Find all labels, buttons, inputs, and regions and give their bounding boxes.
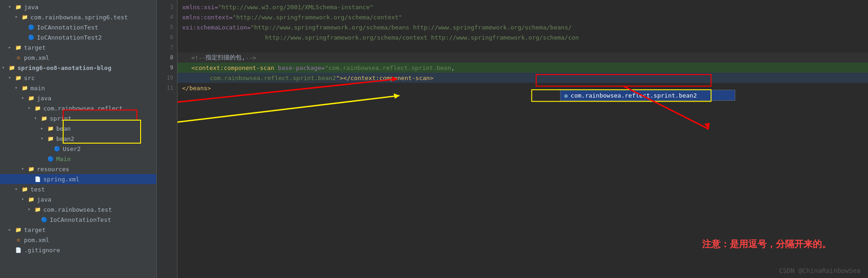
sidebar-item-java2[interactable]: 📁 java bbox=[0, 93, 156, 103]
arrow-icon bbox=[15, 14, 20, 20]
arrow-icon bbox=[15, 85, 20, 91]
sidebar-item-target[interactable]: 📁 target bbox=[0, 42, 156, 52]
sidebar-item-label: bean bbox=[56, 125, 71, 132]
autocomplete-dropdown[interactable]: ● com.rainbowsea.reflect.sprint.bean2 bbox=[560, 90, 735, 101]
csdn-watermark: CSDN @ChinaRainbowSea bbox=[779, 267, 861, 274]
code-line-11: </beans> bbox=[177, 83, 868, 93]
sidebar-item-java[interactable]: 📁 java bbox=[0, 2, 156, 12]
sidebar-item-bean[interactable]: 📁 bean bbox=[0, 123, 156, 133]
autocomplete-text: com.rainbowsea.reflect.sprint.bean2 bbox=[571, 92, 697, 99]
code-line-9: <context:component-scan base-package="co… bbox=[177, 63, 868, 73]
arrow-icon bbox=[21, 197, 27, 202]
arrow-icon bbox=[28, 105, 33, 111]
java-icon: 🔵 bbox=[47, 155, 54, 162]
project-sidebar: 📁 java 📁 com.rainbowsea.spring6.test 🔵 I… bbox=[0, 0, 157, 278]
arrow-icon bbox=[34, 116, 40, 121]
arrow-icon bbox=[8, 45, 14, 50]
sidebar-item-target2[interactable]: 📁 target bbox=[0, 225, 156, 235]
line-num-7: 7 bbox=[157, 42, 177, 52]
sidebar-item-label: java bbox=[24, 4, 38, 11]
folder-icon: 📁 bbox=[15, 44, 22, 51]
sidebar-item-spring6-oo8[interactable]: 📁 spring6-oo8-anotation-blog bbox=[0, 63, 156, 73]
sidebar-item-label: spring6-oo8-anotation-blog bbox=[18, 64, 112, 71]
sidebar-item-src[interactable]: 📁 src bbox=[0, 73, 156, 83]
sidebar-item-com-spring6-test[interactable]: 📁 com.rainbowsea.spring6.test bbox=[0, 12, 156, 22]
sidebar-item-sprint[interactable]: 📁 sprint bbox=[0, 113, 156, 123]
line-numbers: 3 4 5 6 7 8 9 10 11 bbox=[157, 0, 177, 278]
arrow-icon bbox=[21, 166, 27, 172]
sidebar-item-label: .gitignore bbox=[24, 247, 60, 254]
sidebar-item-main[interactable]: 📁 main bbox=[0, 83, 156, 93]
sidebar-item-label: target bbox=[24, 226, 46, 233]
sidebar-item-label: main bbox=[30, 85, 45, 92]
autocomplete-type-icon: ● bbox=[564, 92, 568, 99]
folder-icon: 📁 bbox=[28, 94, 35, 102]
sidebar-item-ioannotationtest[interactable]: 🔵 IoCAnnotationTest bbox=[0, 22, 156, 32]
sidebar-item-gitignore[interactable]: 📄 .gitignore bbox=[0, 245, 156, 255]
sidebar-item-label: src bbox=[24, 75, 35, 81]
sidebar-item-label: com.rainbowsea.test bbox=[43, 206, 112, 213]
sidebar-item-label: Main bbox=[56, 156, 71, 162]
line-num-9: 9 bbox=[157, 63, 177, 73]
pom-icon: m bbox=[15, 236, 22, 243]
arrow-icon bbox=[8, 75, 14, 81]
sidebar-item-label: pom.xml bbox=[24, 237, 49, 243]
java-icon: 🔵 bbox=[28, 34, 35, 41]
folder-icon: 📁 bbox=[8, 64, 16, 71]
code-text: <!-- bbox=[182, 54, 206, 61]
sidebar-item-ioc3[interactable]: 🔵 IoCAnnotationTest bbox=[0, 214, 156, 225]
folder-icon: 📁 bbox=[34, 206, 41, 213]
sidebar-item-label: bean2 bbox=[56, 135, 74, 142]
sidebar-item-label: sprint bbox=[50, 115, 71, 122]
arrow-icon bbox=[15, 186, 20, 192]
sidebar-item-com-reflect[interactable]: 📁 com.rainbowsea.reflect bbox=[0, 103, 156, 113]
sidebar-item-label: IoCAnnotationTest bbox=[37, 24, 98, 31]
code-line-10: com.rainbowsea.reflect.sprint.bean2"></c… bbox=[177, 73, 868, 83]
folder-icon: 📁 bbox=[47, 125, 54, 132]
src-icon: 📁 bbox=[15, 74, 22, 81]
code-text: --> bbox=[245, 54, 256, 61]
folder-icon: 📁 bbox=[21, 84, 29, 92]
sidebar-item-resources[interactable]: 📁 resources bbox=[0, 164, 156, 174]
code-text: xmlns:xsi= bbox=[182, 4, 218, 11]
code-line-7 bbox=[177, 42, 868, 52]
arrow-icon bbox=[41, 126, 46, 131]
sidebar-item-spring-xml[interactable]: 📄 spring.xml bbox=[0, 174, 156, 184]
code-line-8: <!-- 指定扫描的包,--> bbox=[177, 52, 868, 63]
sidebar-item-label: com.rainbowsea.reflect bbox=[43, 105, 123, 112]
sidebar-item-test[interactable]: 📁 test bbox=[0, 184, 156, 194]
sidebar-item-pom-xml[interactable]: m pom.xml bbox=[0, 52, 156, 63]
sidebar-item-bean2[interactable]: 📁 bean2 bbox=[0, 133, 156, 144]
folder-icon: 📁 bbox=[41, 115, 48, 122]
line-num-3: 3 bbox=[157, 2, 177, 12]
folder-icon: 📁 bbox=[15, 3, 22, 11]
pom-icon: m bbox=[15, 54, 22, 61]
sidebar-item-ioannotationtest2[interactable]: 🔵 IoCAnnotationTest2 bbox=[0, 32, 156, 42]
line-num-4: 4 bbox=[157, 12, 177, 22]
sidebar-item-com-test[interactable]: 📁 com.rainbowsea.test bbox=[0, 204, 156, 214]
sidebar-item-label: java bbox=[37, 196, 51, 203]
sidebar-item-label: test bbox=[30, 186, 45, 193]
arrow-icon bbox=[8, 227, 14, 232]
sidebar-item-java3[interactable]: 📁 java bbox=[0, 194, 156, 204]
sidebar-item-main2[interactable]: 🔵 Main bbox=[0, 154, 156, 164]
arrow-icon bbox=[2, 65, 7, 70]
code-line-4: xmlns:context="http://www.springframewor… bbox=[177, 12, 868, 22]
sidebar-item-label: IoCAnnotationTest bbox=[50, 216, 111, 223]
xml-icon: 📄 bbox=[34, 175, 41, 183]
arrow-icon bbox=[28, 207, 33, 212]
code-editor: 3 4 5 6 7 8 9 10 11 xmlns:xsi="http://ww… bbox=[157, 0, 868, 278]
folder-icon: 📁 bbox=[15, 226, 22, 233]
sidebar-item-user2[interactable]: 🔵 User2 bbox=[0, 144, 156, 154]
sidebar-item-pom2[interactable]: m pom.xml bbox=[0, 235, 156, 245]
code-text: xsi:schemaLocation= bbox=[182, 24, 251, 31]
svg-marker-5 bbox=[394, 93, 400, 99]
java-icon: 🔵 bbox=[41, 216, 48, 223]
code-text: "http://www.springframework.org/schema/b… bbox=[251, 24, 572, 31]
autocomplete-item-selected[interactable]: ● com.rainbowsea.reflect.sprint.bean2 bbox=[561, 90, 735, 100]
code-content[interactable]: xmlns:xsi="http://www.w3.org/2001/XMLSch… bbox=[177, 0, 868, 278]
line-num-6: 6 bbox=[157, 32, 177, 42]
sidebar-item-label: java bbox=[37, 95, 51, 102]
code-text: "http://www.springframework.org/schema/c… bbox=[233, 14, 402, 21]
folder-icon: 📁 bbox=[34, 104, 41, 112]
